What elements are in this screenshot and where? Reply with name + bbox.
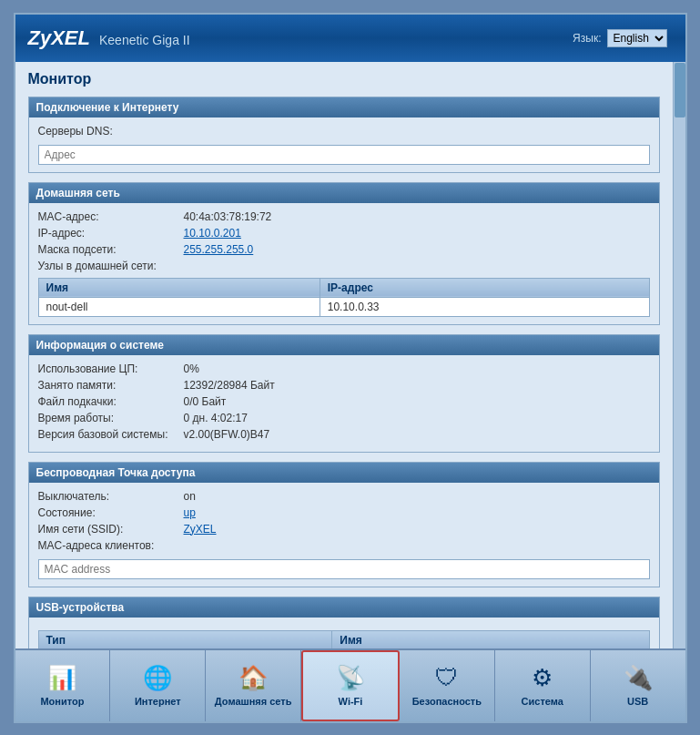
section-home-net: Домашняя сеть MAC-адрес: 40:4a:03:78:19:… (28, 182, 660, 325)
cpu-value: 0% (184, 362, 199, 375)
nav-label-usb: USB (627, 696, 648, 707)
mac-label: MAC-адрес: (38, 210, 184, 223)
mem-label: Занято памяти: (38, 379, 184, 392)
col-name: Имя (38, 278, 320, 297)
section-body-usb: Тип Имя (29, 618, 659, 648)
switch-label: Выключатель: (38, 490, 184, 503)
section-body-internet: Серверы DNS: (29, 117, 659, 172)
logo-area: ZyXEL Keenetic Giga II (28, 26, 190, 50)
nav-label-monitor: Монитор (40, 696, 84, 707)
nav-item-usb[interactable]: 🔌 USB (591, 650, 685, 721)
section-header-wifi: Беспроводная Точка доступа (29, 463, 659, 483)
usb-nav-icon: 🔌 (624, 664, 653, 692)
nav-item-system[interactable]: ⚙ Система (495, 650, 591, 721)
ssid-link[interactable]: ZyXEL (184, 523, 217, 536)
col-ip: IP-адрес (320, 278, 649, 297)
section-system-info: Информация о системе Использование ЦП: 0… (28, 334, 660, 453)
nav-item-home-net[interactable]: 🏠 Домашняя сеть (206, 650, 301, 721)
ip-value: 10.10.0.201 (184, 227, 241, 240)
system-icon: ⚙ (532, 664, 553, 692)
nav-item-internet[interactable]: 🌐 Интернет (110, 650, 206, 721)
internet-icon: 🌐 (143, 664, 172, 692)
mask-row: Маска подсети: 255.255.255.0 (38, 243, 650, 256)
mem-row: Занято памяти: 12392/28984 Байт (38, 379, 650, 392)
state-row: Состояние: up (38, 506, 650, 519)
page-title: Монитор (28, 71, 660, 87)
download-label: Файл подкачки: (38, 395, 184, 408)
cpu-row: Использование ЦП: 0% (38, 362, 650, 375)
nav-label-system: Система (522, 696, 563, 707)
state-label: Состояние: (38, 506, 184, 519)
usb-col-type: Тип (38, 630, 332, 648)
scrollbar-thumb[interactable] (675, 63, 685, 117)
mac-value: 40:4a:03:78:19:72 (184, 210, 272, 223)
logo-model: Keenetic Giga II (99, 33, 190, 47)
app-frame: ZyXEL Keenetic Giga II Язык: English Мон… (14, 13, 687, 723)
lang-area: Язык: English (573, 29, 672, 47)
lang-label: Язык: (573, 32, 601, 45)
section-body-home-net: MAC-адрес: 40:4a:03:78:19:72 IP-адрес: 1… (29, 203, 659, 324)
node-name: nout-dell (38, 297, 320, 316)
nodes-table: Имя IP-адрес nout-dell 10.10.0.33 (38, 278, 650, 317)
usb-table: Тип Имя (38, 630, 650, 648)
ssid-value: ZyXEL (184, 523, 217, 536)
switch-row: Выключатель: on (38, 490, 650, 503)
security-icon: 🛡 (435, 664, 459, 692)
usb-col-name: Имя (332, 630, 649, 648)
header: ZyXEL Keenetic Giga II Язык: English (15, 15, 685, 62)
main-panel: Монитор Подключение к Интернету Серверы … (15, 62, 673, 648)
download-value: 0/0 Байт (184, 395, 227, 408)
address-input[interactable] (38, 145, 650, 165)
nav-label-wifi: Wi-Fi (339, 696, 363, 707)
nodes-label: Узлы в домашней сети: (38, 260, 650, 272)
logo-zyxel: ZyXEL (28, 26, 90, 50)
lang-select[interactable]: English (607, 29, 667, 47)
ip-row: IP-адрес: 10.10.0.201 (38, 227, 650, 240)
ssid-label: Имя сети (SSID): (38, 523, 184, 536)
mask-link[interactable]: 255.255.255.0 (184, 243, 254, 256)
section-body-wifi: Выключатель: on Состояние: up Имя сети (… (29, 483, 659, 587)
content-area: Монитор Подключение к Интернету Серверы … (15, 62, 685, 648)
nav-item-security[interactable]: 🛡 Безопасность (400, 650, 495, 721)
nav-label-home-net: Домашняя сеть (215, 696, 292, 707)
state-link[interactable]: up (184, 506, 196, 519)
uptime-value: 0 дн. 4:02:17 (184, 412, 248, 424)
state-value: up (184, 506, 196, 519)
dns-label: Серверы DNS: (38, 125, 184, 138)
node-ip: 10.10.0.33 (320, 297, 649, 316)
scrollbar[interactable] (673, 62, 685, 648)
wifi-icon: 📡 (336, 664, 365, 692)
section-header-internet: Подключение к Интернету (29, 97, 659, 117)
firmware-label: Версия базовой системы: (38, 428, 184, 441)
nav-item-wifi[interactable]: 📡 Wi-Fi (301, 650, 400, 721)
mac-address-input[interactable] (38, 559, 650, 579)
switch-value: on (184, 490, 196, 503)
home-icon: 🏠 (238, 664, 268, 692)
section-header-home-net: Домашняя сеть (29, 183, 659, 203)
section-header-usb: USB-устройства (29, 597, 659, 618)
section-internet: Подключение к Интернету Серверы DNS: (28, 97, 660, 173)
nav-label-security: Безопасность (412, 696, 482, 707)
ssid-row: Имя сети (SSID): ZyXEL (38, 523, 650, 536)
dns-row: Серверы DNS: (38, 125, 650, 138)
nav-label-internet: Интернет (135, 696, 181, 707)
firmware-value: v2.00(BFW.0)B47 (184, 428, 270, 441)
bottom-nav: 📊 Монитор 🌐 Интернет 🏠 Домашняя сеть 📡 W… (15, 648, 685, 721)
firmware-row: Версия базовой системы: v2.00(BFW.0)B47 (38, 428, 650, 441)
mac-clients-row: MAC-адреса клиентов: (38, 539, 650, 552)
monitor-icon: 📊 (47, 664, 76, 692)
mask-label: Маска подсети: (38, 243, 184, 256)
cpu-label: Использование ЦП: (38, 362, 184, 375)
ip-label: IP-адрес: (38, 227, 184, 240)
table-row: nout-dell 10.10.0.33 (38, 297, 649, 316)
nav-item-monitor[interactable]: 📊 Монитор (15, 650, 111, 721)
section-header-system-info: Информация о системе (29, 335, 659, 355)
mask-value: 255.255.255.0 (184, 243, 254, 256)
ip-link[interactable]: 10.10.0.201 (184, 227, 241, 240)
section-usb: USB-устройства Тип Имя (28, 597, 660, 648)
section-wifi: Беспроводная Точка доступа Выключатель: … (28, 462, 660, 587)
uptime-label: Время работы: (38, 412, 184, 424)
uptime-row: Время работы: 0 дн. 4:02:17 (38, 412, 650, 424)
mac-clients-label: MAC-адреса клиентов: (38, 539, 184, 552)
mac-row: MAC-адрес: 40:4a:03:78:19:72 (38, 210, 650, 223)
